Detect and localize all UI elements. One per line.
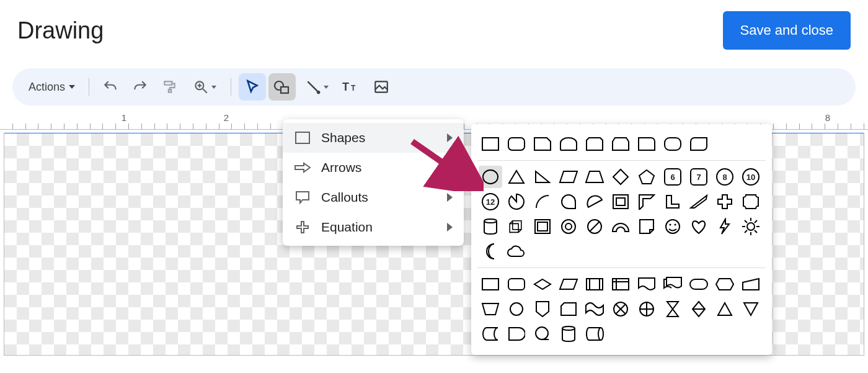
svg-rect-11 <box>296 132 309 143</box>
zoom-icon <box>193 79 209 95</box>
caret-down-icon <box>69 85 75 89</box>
shape-ellipse[interactable] <box>479 166 502 188</box>
shape-triangle[interactable] <box>505 166 528 188</box>
shape-fc-alternate[interactable] <box>505 273 528 295</box>
shape-fc-summing[interactable] <box>609 298 632 320</box>
shape-parallelogram[interactable] <box>557 166 580 188</box>
shape-smiley[interactable] <box>661 215 684 238</box>
shape-diag-stripe[interactable] <box>687 191 711 213</box>
shape-tool-button[interactable] <box>268 73 296 101</box>
shape-fc-document[interactable] <box>635 273 658 295</box>
shape-hexagon-6[interactable]: 6 <box>661 166 684 188</box>
shape-round-same[interactable] <box>661 133 684 155</box>
shape-fc-stored[interactable] <box>479 323 502 345</box>
shape-l[interactable] <box>661 191 684 213</box>
shape-fc-predefined[interactable] <box>583 273 606 295</box>
shape-no-symbol[interactable] <box>583 215 606 238</box>
shape-fc-terminator[interactable] <box>687 273 711 295</box>
shape-pie[interactable] <box>505 191 528 213</box>
shape-donut[interactable] <box>557 215 580 238</box>
shape-half-frame[interactable] <box>635 191 658 213</box>
shape-pentagon[interactable] <box>635 166 658 188</box>
shape-fc-data[interactable] <box>557 273 580 295</box>
shape-fc-delay[interactable] <box>505 323 528 345</box>
palette-section-flowchart <box>477 269 766 349</box>
shape-fc-decision[interactable] <box>531 273 554 295</box>
shape-teardrop[interactable] <box>557 191 580 213</box>
shape-fc-manual-op[interactable] <box>479 298 502 320</box>
svg-point-48 <box>510 303 523 315</box>
shape-fc-collate[interactable] <box>661 298 684 320</box>
image-tool-button[interactable] <box>368 73 395 101</box>
shape-heptagon-7[interactable]: 7 <box>687 166 711 188</box>
shape-fc-connector[interactable] <box>505 298 528 320</box>
menu-item-equation[interactable]: Equation <box>283 212 464 242</box>
shape-right-triangle[interactable] <box>531 166 554 188</box>
select-tool-button[interactable] <box>239 73 266 101</box>
shape-can[interactable] <box>479 215 502 238</box>
save-and-close-button[interactable]: Save and close <box>723 11 851 50</box>
menu-item-shapes[interactable]: Shapes <box>283 123 464 153</box>
shape-fc-process[interactable] <box>479 273 502 295</box>
shape-plaque[interactable] <box>739 191 763 213</box>
shape-diamond[interactable] <box>609 166 632 188</box>
paint-format-button[interactable] <box>156 73 184 101</box>
shape-snip-both[interactable] <box>609 133 632 155</box>
undo-button[interactable] <box>97 73 124 101</box>
shape-block-arc[interactable] <box>609 215 632 238</box>
zoom-button[interactable] <box>186 73 223 101</box>
shape-bevel[interactable] <box>531 215 554 238</box>
shape-fc-card[interactable] <box>557 298 580 320</box>
menu-item-arrows[interactable]: Arrows <box>283 153 464 182</box>
shape-fc-magnetic[interactable] <box>557 323 580 345</box>
shape-fc-multidoc[interactable] <box>661 273 684 295</box>
shape-fc-offpage[interactable] <box>531 298 554 320</box>
shape-heart[interactable] <box>687 215 711 238</box>
shape-cloud[interactable] <box>505 240 528 263</box>
shape-trapezoid[interactable] <box>583 166 606 188</box>
menu-item-callouts[interactable]: Callouts <box>283 182 464 212</box>
shape-folded-corner[interactable] <box>635 215 658 238</box>
shape-snip-single[interactable] <box>531 133 554 155</box>
shape-plus[interactable] <box>713 191 737 213</box>
shape-fc-sequential[interactable] <box>531 323 554 345</box>
shape-snip-same[interactable] <box>583 133 606 155</box>
shape-sun[interactable] <box>739 215 763 238</box>
shape-round-top[interactable] <box>557 133 580 155</box>
shape-fc-manual-input[interactable] <box>739 273 763 295</box>
shape-fc-preparation[interactable] <box>713 273 737 295</box>
shape-round-single[interactable] <box>635 133 658 155</box>
redo-button[interactable] <box>126 73 154 101</box>
svg-rect-5 <box>281 87 288 93</box>
line-tool-button[interactable] <box>298 73 335 101</box>
shape-fc-extract[interactable] <box>713 298 737 320</box>
shape-decagon-10[interactable]: 10 <box>739 166 763 188</box>
undo-icon <box>102 79 118 95</box>
textbox-icon: TT <box>342 79 361 95</box>
actions-menu-button[interactable]: Actions <box>22 73 81 101</box>
svg-rect-16 <box>665 138 681 150</box>
shape-cube[interactable] <box>505 215 528 238</box>
textbox-tool-button[interactable]: TT <box>338 73 365 101</box>
shape-chord[interactable] <box>583 191 606 213</box>
shape-lightning[interactable] <box>713 215 737 238</box>
shape-fc-sort[interactable] <box>687 298 711 320</box>
shape-moon[interactable] <box>479 240 502 263</box>
shape-fc-direct[interactable] <box>583 323 606 345</box>
arrow-right-icon <box>294 161 311 174</box>
shape-rounded-rectangle[interactable] <box>505 133 528 155</box>
shape-round-diagonal[interactable] <box>687 133 711 155</box>
svg-line-36 <box>755 230 757 233</box>
shape-fc-tape[interactable] <box>583 298 606 320</box>
shape-dodecagon-12[interactable]: 12 <box>479 191 502 213</box>
callout-icon <box>294 191 311 204</box>
shape-arc[interactable] <box>531 191 554 213</box>
shape-frame[interactable] <box>609 191 632 213</box>
ruler-number: 2 <box>224 112 229 123</box>
shape-fc-or[interactable] <box>635 298 658 320</box>
shape-fc-internal[interactable] <box>609 273 632 295</box>
shape-fc-merge[interactable] <box>739 298 763 320</box>
shape-rectangle[interactable] <box>479 133 502 155</box>
shape-octagon-8[interactable]: 8 <box>713 166 737 188</box>
paint-roller-icon <box>162 79 178 95</box>
